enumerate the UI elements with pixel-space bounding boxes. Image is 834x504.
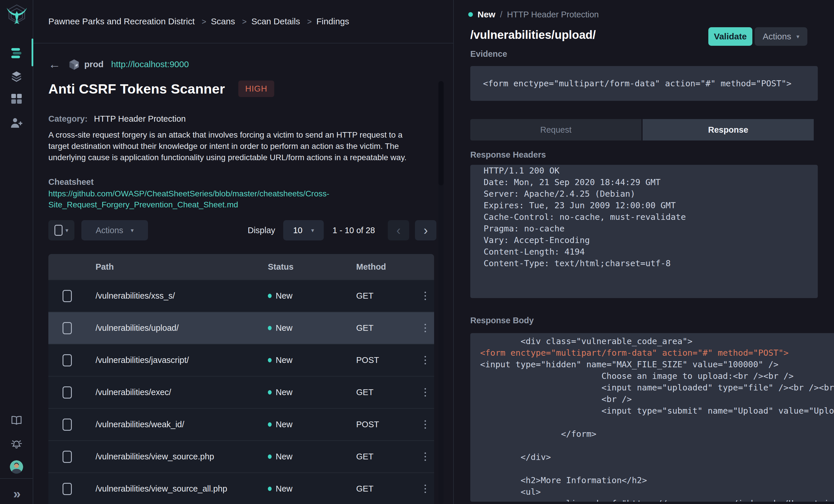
back-arrow-icon[interactable]: ← <box>48 58 61 70</box>
column-header-path: Path <box>86 262 268 272</box>
next-page-button[interactable]: › <box>415 220 436 240</box>
validate-button[interactable]: Validate <box>708 27 752 46</box>
table-row[interactable]: /vulnerabilities/upload/ New GET <box>48 312 434 344</box>
row-kebab-menu-icon[interactable] <box>423 387 428 398</box>
status-dot-icon <box>268 390 272 395</box>
package-cube-icon <box>69 59 80 70</box>
row-checkbox[interactable] <box>63 419 72 431</box>
row-checkbox[interactable] <box>63 451 72 463</box>
http-method: GET <box>356 323 405 333</box>
row-kebab-menu-icon[interactable] <box>423 354 428 366</box>
row-kebab-menu-icon[interactable] <box>423 419 428 431</box>
http-method: GET <box>356 291 405 301</box>
response-body-line: <input name="uploaded" type="file" /><br… <box>480 382 834 393</box>
status-dot-icon <box>468 12 473 17</box>
cheatsheet-link[interactable]: https://github.com/OWASP/CheatSheetSerie… <box>48 188 329 210</box>
status-text: New <box>276 355 292 365</box>
apps-grid-icon <box>11 94 22 104</box>
pagination-range: 1 - 10 of 28 <box>332 226 375 235</box>
finding-category: HTTP Header Protection <box>507 10 599 19</box>
finding-actions-button[interactable]: Actions ▾ <box>755 27 807 46</box>
chevron-down-icon: ▾ <box>131 227 134 234</box>
status-dot-icon <box>268 455 272 459</box>
response-header-line: Cache-Control: no-cache, must-revalidate <box>484 211 805 223</box>
environment-row: ← prod http://localhost:9000 <box>48 57 189 72</box>
cheatsheet-label: Cheatsheet <box>48 177 93 187</box>
sidebar-item-profile[interactable] <box>0 457 33 477</box>
user-add-icon <box>10 117 23 128</box>
http-method: GET <box>356 484 405 494</box>
page-size-select[interactable]: 10 ▾ <box>283 220 324 240</box>
status-text: New <box>276 388 292 397</box>
http-method: POST <box>356 420 405 429</box>
response-body-line: <h2>More Information</h2> <box>480 475 834 486</box>
finding-path: /vulnerabilities/xss_s/ <box>86 291 268 301</box>
sidebar-item-layers[interactable] <box>0 66 33 87</box>
panel-scrollbar[interactable] <box>438 81 444 504</box>
breadcrumb-item[interactable]: Pawnee Parks and Recreation District <box>48 17 195 26</box>
finding-path: /vulnerabilities/view_source_all.php <box>86 484 268 494</box>
sidebar-item-notifications[interactable] <box>0 433 33 454</box>
select-all-dropdown-button[interactable]: ▾ <box>48 220 74 240</box>
app-logo-icon <box>5 3 28 27</box>
row-checkbox[interactable] <box>63 387 72 399</box>
sidebar-item-invite-user[interactable] <box>0 112 33 133</box>
response-body-line: <li><a href="https://www.owasp.org/index… <box>480 498 834 502</box>
table-row[interactable]: /vulnerabilities/xss_s/ New GET <box>48 280 434 312</box>
row-kebab-menu-icon[interactable] <box>423 290 428 302</box>
table-row[interactable]: /vulnerabilities/view_source_all.php New… <box>48 473 434 504</box>
finding-status: New <box>478 9 496 19</box>
table-row[interactable]: /vulnerabilities/javascript/ New POST <box>48 344 434 376</box>
prev-page-button[interactable]: ‹ <box>388 220 409 240</box>
sidebar-collapse-button[interactable]: » <box>0 483 33 504</box>
row-checkbox[interactable] <box>63 290 72 302</box>
docs-book-icon <box>11 416 22 425</box>
bulk-actions-label: Actions <box>95 226 123 235</box>
breadcrumb-item[interactable]: Findings <box>316 17 349 26</box>
response-body-line: <br /> <box>480 393 834 405</box>
response-body-label: Response Body <box>470 316 534 325</box>
finding-detail-panel: New / HTTP Header Protection /vulnerabil… <box>453 0 834 504</box>
environment-name: prod <box>84 59 104 69</box>
status-separator: / <box>500 10 502 19</box>
bulk-actions-button[interactable]: Actions ▾ <box>81 220 148 240</box>
finding-path: /vulnerabilities/javascript/ <box>86 355 268 365</box>
table-row[interactable]: /vulnerabilities/weak_id/ New POST <box>48 408 434 440</box>
row-checkbox[interactable] <box>63 483 72 495</box>
evidence-code-block: <form enctype="multipart/form-data" acti… <box>470 66 818 101</box>
sidebar: » <box>0 0 33 504</box>
row-checkbox[interactable] <box>63 354 72 367</box>
row-checkbox[interactable] <box>63 322 72 334</box>
status-dot-icon <box>268 294 272 298</box>
findings-list-icon <box>9 47 23 59</box>
sidebar-item-apps[interactable] <box>0 89 33 109</box>
severity-badge: HIGH <box>238 81 275 97</box>
scrollbar-thumb[interactable] <box>438 81 444 185</box>
page-title: Anti CSRF Tokens Scanner <box>48 81 225 97</box>
user-avatar <box>10 460 23 474</box>
breadcrumb-item[interactable]: Scans <box>211 17 235 26</box>
environment-url-link[interactable]: http://localhost:9000 <box>111 59 189 69</box>
column-header-status: Status <box>268 262 356 272</box>
breadcrumb-item[interactable]: Scan Details <box>251 17 300 26</box>
page-size-value: 10 <box>293 226 302 235</box>
table-row[interactable]: /vulnerabilities/exec/ New GET <box>48 376 434 408</box>
row-kebab-menu-icon[interactable] <box>423 322 428 334</box>
row-kebab-menu-icon[interactable] <box>423 451 428 463</box>
sidebar-item-docs[interactable] <box>0 410 33 431</box>
response-header-line: Vary: Accept-Encoding <box>484 234 805 246</box>
finding-path: /vulnerabilities/exec/ <box>86 388 268 397</box>
response-body-line: <ul> <box>480 486 834 498</box>
sidebar-item-findings[interactable] <box>0 43 33 63</box>
select-all-checkbox[interactable] <box>54 225 63 236</box>
tab[interactable]: Request <box>470 119 641 140</box>
response-header-line: Content-Length: 4194 <box>484 246 805 258</box>
row-kebab-menu-icon[interactable] <box>423 483 428 495</box>
tab[interactable]: Response <box>642 119 814 140</box>
status-dot-icon <box>268 487 272 491</box>
response-body-line: <div class="vulnerable_code_area"> <box>480 335 834 347</box>
layers-icon <box>11 71 22 82</box>
breadcrumb-bar: Pawnee Parks and Recreation District > S… <box>33 0 453 43</box>
request-response-tabs: Request Response <box>470 119 814 140</box>
table-row[interactable]: /vulnerabilities/view_source.php New GET <box>48 440 434 473</box>
